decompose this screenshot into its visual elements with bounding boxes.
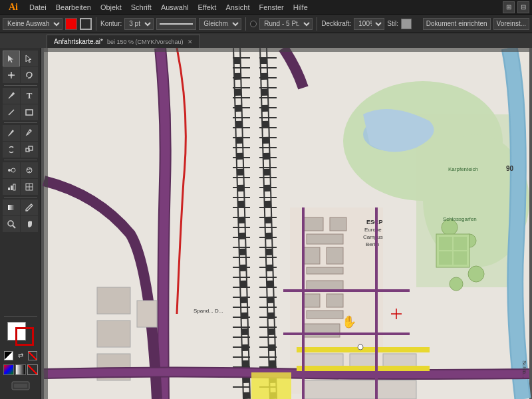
tool-row-10	[3, 216, 38, 232]
svg-rect-109	[327, 247, 343, 264]
stroke-width-select[interactable]: 3 pt	[124, 18, 154, 30]
stroke-fill-toggle[interactable]	[80, 18, 92, 30]
tool-row-5	[3, 125, 38, 141]
zoom-tool[interactable]	[3, 216, 20, 232]
sep1	[96, 17, 96, 31]
round-dot	[250, 21, 257, 27]
menu-bearbeiten[interactable]: Bearbeiten	[52, 2, 95, 13]
gradient-swatch-btn[interactable]	[15, 364, 26, 375]
blend-tool[interactable]	[3, 162, 20, 178]
menu-schrift[interactable]: Schrift	[127, 2, 156, 13]
pencil-tool[interactable]	[21, 125, 38, 141]
menu-fenster[interactable]: Fenster	[255, 2, 287, 13]
tool-sep-2	[4, 122, 37, 123]
svg-text:Schlü...: Schlü...	[521, 360, 527, 378]
selection-tool[interactable]	[3, 51, 20, 66]
voreinst-btn[interactable]: Voreinst...	[493, 18, 529, 30]
svg-rect-108	[303, 247, 320, 264]
column-graph-tool[interactable]	[3, 179, 20, 195]
menu-auswahl[interactable]: Auswahl	[157, 2, 193, 13]
svg-point-11	[8, 169, 11, 172]
tool-sep-4	[4, 197, 37, 198]
svg-point-16	[29, 168, 31, 170]
mesh-tool[interactable]	[21, 179, 38, 195]
map-svg: ESCP Europe Campus Berlin Schlossgarfen …	[41, 48, 532, 399]
menubar: Ai Datei Bearbeiten Objekt Schrift Auswa…	[0, 0, 532, 15]
stroke-swatch-tool[interactable]	[15, 327, 34, 346]
rect-tool[interactable]	[21, 104, 38, 120]
scale-tool[interactable]	[21, 142, 38, 158]
svg-line-8	[30, 130, 31, 131]
magic-wand-tool[interactable]	[3, 67, 20, 83]
tool-row-3: T	[3, 88, 38, 104]
stroke-color-swatch[interactable]	[65, 18, 77, 30]
type-tool[interactable]: T	[21, 88, 38, 104]
svg-rect-19	[11, 186, 13, 190]
tab-info: bei 150 % (CMYK/Vorschau)	[107, 39, 184, 45]
hand-tool[interactable]	[21, 216, 38, 232]
svg-line-25	[30, 205, 31, 207]
svg-point-15	[27, 169, 29, 170]
menu-ansicht[interactable]: Ansicht	[221, 2, 253, 13]
svg-point-12	[11, 168, 15, 172]
none-icon[interactable]	[28, 351, 37, 360]
bottom-panel-btn[interactable]	[11, 379, 31, 394]
direct-selection-tool[interactable]	[21, 51, 38, 66]
svg-point-5	[13, 92, 15, 94]
doc-einrichten-btn[interactable]: Dokument einrichten	[423, 18, 491, 30]
menu-objekt[interactable]: Objekt	[96, 2, 126, 13]
svg-rect-135	[454, 251, 467, 265]
svg-rect-117	[97, 321, 130, 347]
menu-effekt[interactable]: Effekt	[194, 2, 220, 13]
svg-rect-110	[307, 267, 343, 274]
svg-rect-18	[8, 188, 10, 190]
tool-sep-3	[4, 160, 37, 160]
svg-rect-133	[454, 237, 467, 250]
lasso-tool[interactable]	[21, 67, 38, 83]
svg-rect-125	[297, 366, 430, 371]
svg-point-26	[8, 221, 13, 226]
opacity-label: Deckkraft:	[321, 20, 351, 27]
svg-rect-107	[307, 234, 343, 244]
toolbar-right: Dokument einrichten Voreinst...	[423, 18, 529, 30]
opacity-select[interactable]: 100%	[354, 18, 384, 30]
swap-colors-btn[interactable]: ⇄	[16, 351, 25, 360]
end-style-select[interactable]: Rund - 5 Pt.	[259, 18, 313, 30]
pen-tool[interactable]	[3, 88, 20, 104]
eyedropper-tool[interactable]	[21, 200, 38, 215]
menu-hilfe[interactable]: Hilfe	[289, 2, 312, 13]
svg-rect-116	[97, 287, 130, 314]
rotate-tool[interactable]	[3, 142, 20, 158]
svg-point-148	[358, 344, 363, 350]
paintbrush-tool[interactable]	[3, 125, 20, 141]
stroke-line-preview	[156, 18, 196, 30]
toolbar: Keine Auswahl Kontur: 3 pt Gleichm. Rund…	[0, 15, 532, 33]
symbol-spray-tool[interactable]	[21, 162, 38, 178]
menu-datei[interactable]: Datei	[25, 2, 51, 13]
document-tab[interactable]: Anfahrtskarte.ai* bei 150 % (CMYK/Vorsch…	[47, 35, 200, 48]
stroke-type-select[interactable]: Gleichm.	[199, 18, 241, 30]
tabbar: Anfahrtskarte.ai* bei 150 % (CMYK/Vorsch…	[0, 33, 532, 48]
arrange-btn[interactable]: ⊟	[517, 1, 529, 13]
default-colors-btn[interactable]	[4, 351, 13, 360]
workspace-btn[interactable]: ⊞	[503, 1, 515, 13]
svg-rect-114	[307, 311, 343, 319]
color-mode-btns	[3, 364, 38, 375]
tool-sep-1	[4, 85, 37, 86]
svg-rect-149	[44, 48, 48, 399]
line-tool[interactable]	[3, 104, 20, 120]
style-swatch[interactable]	[401, 19, 412, 29]
tab-close-btn[interactable]: ✕	[188, 39, 193, 45]
svg-rect-119	[137, 301, 157, 327]
tool-row-4	[3, 104, 38, 120]
gradient-tool[interactable]	[3, 200, 20, 215]
svg-text:Schlossgarfen: Schlossgarfen	[443, 216, 477, 222]
none-fill-btn[interactable]	[27, 364, 38, 375]
selection-dropdown[interactable]: Keine Auswahl	[3, 18, 63, 30]
color-btn[interactable]	[3, 364, 14, 375]
canvas-area[interactable]: ESCP Europe Campus Berlin Schlossgarfen …	[41, 48, 532, 399]
svg-text:Spand... D...: Spand... D...	[194, 308, 223, 314]
svg-point-17	[29, 171, 30, 172]
sep2	[245, 17, 246, 31]
kontur-label: Kontur:	[100, 20, 122, 27]
